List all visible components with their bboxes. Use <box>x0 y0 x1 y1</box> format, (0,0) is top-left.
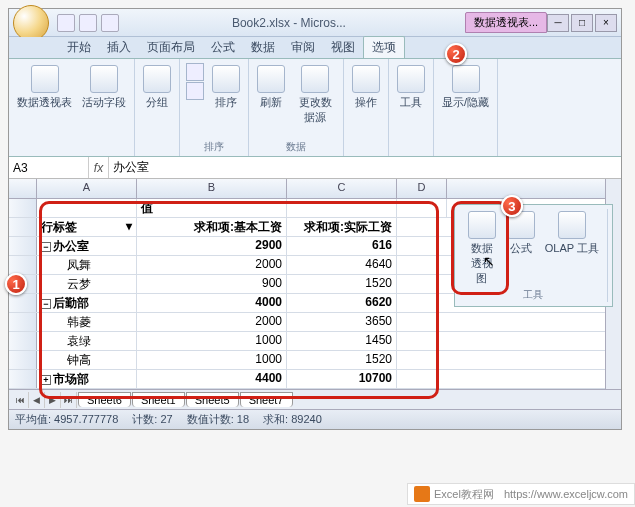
sheet-tab[interactable]: Sheet5 <box>186 392 239 407</box>
redo-icon[interactable] <box>101 14 119 32</box>
office-button[interactable] <box>13 5 49 41</box>
watermark: Excel教程网 https://www.exceljcw.com <box>407 483 635 505</box>
datasource-icon <box>301 65 329 93</box>
tab-formula[interactable]: 公式 <box>203 37 243 58</box>
row-9: 钟高 1000 1520 <box>9 351 605 370</box>
col-header-a[interactable]: A <box>37 179 137 198</box>
callout-1: 1 <box>5 273 27 295</box>
sheet-tab[interactable]: Sheet6 <box>78 392 131 407</box>
tab-layout[interactable]: 页面布局 <box>139 37 203 58</box>
sheet-tab[interactable]: Sheet1 <box>132 392 185 407</box>
title-bar: Book2.xlsx - Micros... 数据透视表... ─ □ × <box>9 9 621 37</box>
sheet-nav-prev[interactable]: ◀ <box>29 392 45 408</box>
showhide-icon <box>452 65 480 93</box>
tools-icon <box>397 65 425 93</box>
group-button[interactable]: 分组 <box>141 63 173 112</box>
status-sum: 求和: 89240 <box>263 412 322 427</box>
tab-insert[interactable]: 插入 <box>99 37 139 58</box>
status-count: 计数: 27 <box>132 412 172 427</box>
change-source-button[interactable]: 更改数据源 <box>293 63 337 127</box>
ribbon-tabs: 开始 插入 页面布局 公式 数据 审阅 视图 选项 2 <box>9 37 621 59</box>
pivottable-icon <box>31 65 59 93</box>
pivot-chart-icon <box>468 211 496 239</box>
actions-icon <box>352 65 380 93</box>
col-header-c[interactable]: C <box>287 179 397 198</box>
tab-data[interactable]: 数据 <box>243 37 283 58</box>
ribbon-group-pivot: 数据透视表 活动字段 <box>9 59 135 156</box>
row-header[interactable] <box>9 199 37 217</box>
refresh-icon <box>257 65 285 93</box>
collapse-icon[interactable]: − <box>41 242 51 252</box>
pivottable-button[interactable]: 数据透视表 <box>15 63 74 112</box>
ribbon-group-data: 刷新 更改数据源 数据 <box>249 59 344 156</box>
callout-2: 2 <box>445 43 467 65</box>
sheet-tab-bar: ⏮ ◀ ▶ ⏭ Sheet6 Sheet1 Sheet5 Sheet7 <box>9 389 621 409</box>
sort-button[interactable]: 排序 <box>210 63 242 112</box>
sheet-nav-next[interactable]: ▶ <box>45 392 61 408</box>
sheet-tab[interactable]: Sheet7 <box>240 392 293 407</box>
tools-button[interactable]: 工具 <box>395 63 427 112</box>
tab-review[interactable]: 审阅 <box>283 37 323 58</box>
row-10: +市场部 4400 10700 <box>9 370 605 389</box>
watermark-text: Excel教程网 <box>434 487 494 502</box>
ribbon: 数据透视表 活动字段 分组 排序 排序 刷新 更改数据源 <box>9 59 621 157</box>
actions-button[interactable]: 操作 <box>350 63 382 112</box>
row-labels-header[interactable]: 行标签 ▾ <box>37 218 137 236</box>
sheet-nav-last[interactable]: ⏭ <box>61 392 77 408</box>
status-average: 平均值: 4957.777778 <box>15 412 118 427</box>
minimize-button[interactable]: ─ <box>547 14 569 32</box>
tab-options[interactable]: 选项 <box>363 36 405 58</box>
formula-bar: A3 fx 办公室 <box>9 157 621 179</box>
ribbon-group-sort: 排序 排序 <box>180 59 249 156</box>
callout-3: 3 <box>501 195 523 217</box>
formula-input[interactable]: 办公室 <box>109 157 621 178</box>
select-all-corner[interactable] <box>9 179 37 198</box>
olap-icon <box>558 211 586 239</box>
watermark-logo-icon <box>414 486 430 502</box>
status-numcount: 数值计数: 18 <box>187 412 249 427</box>
cursor-icon: ↖ <box>483 253 495 269</box>
ribbon-group-actions: 操作 <box>344 59 389 156</box>
save-icon[interactable] <box>57 14 75 32</box>
status-bar: 平均值: 4957.777778 计数: 27 数值计数: 18 求和: 892… <box>9 409 621 429</box>
refresh-button[interactable]: 刷新 <box>255 63 287 112</box>
row-7: 韩菱 2000 3650 <box>9 313 605 332</box>
group-icon <box>143 65 171 93</box>
restore-button[interactable]: □ <box>571 14 593 32</box>
pivot-chart-button[interactable]: 数据透视图 ↖ <box>465 209 499 288</box>
col-header-b[interactable]: B <box>137 179 287 198</box>
formulas-button[interactable]: 公式 <box>505 209 537 288</box>
expand-icon[interactable]: + <box>41 375 51 385</box>
ribbon-group-group: 分组 <box>135 59 180 156</box>
field-icon <box>90 65 118 93</box>
row-8: 袁绿 1000 1450 <box>9 332 605 351</box>
tab-home[interactable]: 开始 <box>59 37 99 58</box>
olap-button[interactable]: OLAP 工具 <box>543 209 601 288</box>
window-title: Book2.xlsx - Micros... <box>119 16 459 30</box>
ribbon-group-tools: 工具 <box>389 59 434 156</box>
ribbon-group-show: 显示/隐藏 <box>434 59 498 156</box>
name-box[interactable]: A3 <box>9 157 89 178</box>
close-button[interactable]: × <box>595 14 617 32</box>
active-field-button[interactable]: 活动字段 <box>80 63 128 112</box>
tab-view[interactable]: 视图 <box>323 37 363 58</box>
col-header-d[interactable]: D <box>397 179 447 198</box>
collapse-icon[interactable]: − <box>41 299 51 309</box>
contextual-tab-label[interactable]: 数据透视表... <box>465 12 547 33</box>
excel-window: Book2.xlsx - Micros... 数据透视表... ─ □ × 开始… <box>8 8 622 430</box>
sort-desc-icon[interactable] <box>186 82 204 100</box>
quick-access-toolbar <box>57 14 119 32</box>
undo-icon[interactable] <box>79 14 97 32</box>
show-hide-button[interactable]: 显示/隐藏 <box>440 63 491 112</box>
sheet-nav-first[interactable]: ⏮ <box>13 392 29 408</box>
fx-button[interactable]: fx <box>89 157 109 178</box>
watermark-url: https://www.exceljcw.com <box>504 488 628 500</box>
floating-tools-group: 数据透视图 ↖ 公式 OLAP 工具 工具 3 <box>454 204 613 307</box>
sort-icon <box>212 65 240 93</box>
sort-asc-icon[interactable] <box>186 63 204 81</box>
